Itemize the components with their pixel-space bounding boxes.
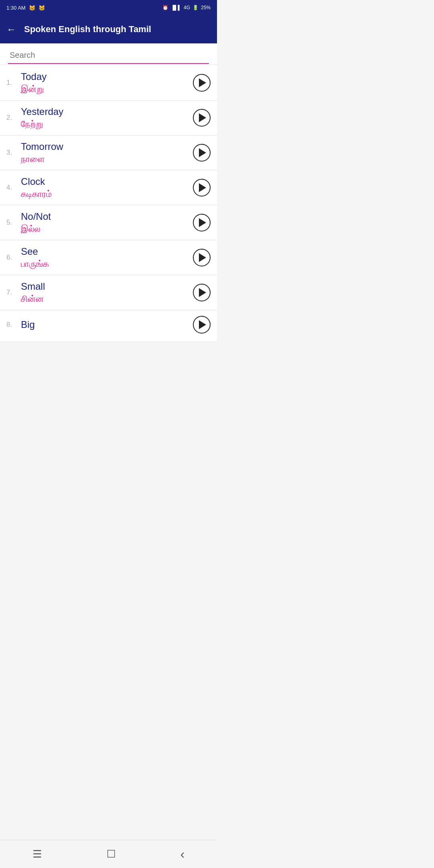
alarm-icon: ⏰	[162, 5, 168, 10]
play-icon-6	[199, 253, 206, 262]
list-item: 8. Big	[0, 310, 217, 342]
list-item: 6. See பாருங்க	[0, 240, 217, 275]
list-item: 3. Tomorrow நாளை	[0, 135, 217, 170]
play-button-3[interactable]	[193, 144, 211, 162]
item-tamil-7: சின்ன	[21, 294, 189, 304]
play-button-8[interactable]	[193, 316, 211, 334]
item-tamil-3: நாளை	[21, 154, 189, 164]
item-content-6: See பாருங்க	[21, 246, 189, 269]
item-number-6: 6.	[6, 254, 21, 262]
item-content-7: Small சின்ன	[21, 281, 189, 304]
status-icon-1: 🐱	[29, 5, 35, 11]
app-bar: ← Spoken English through Tamil	[0, 15, 217, 43]
item-content-4: Clock கடிகாரம்	[21, 176, 189, 199]
item-number-3: 3.	[6, 149, 21, 157]
item-english-2: Yesterday	[21, 106, 189, 117]
item-tamil-5: இல்ல	[21, 224, 189, 234]
signal-icon: ▐▌▌	[171, 5, 181, 10]
item-english-8: Big	[21, 319, 189, 330]
word-list: 1. Today இன்று 2. Yesterday நேற்று 3. To…	[0, 66, 217, 342]
play-button-2[interactable]	[193, 109, 211, 127]
play-button-7[interactable]	[193, 284, 211, 301]
list-item: 2. Yesterday நேற்று	[0, 100, 217, 135]
item-english-7: Small	[21, 281, 189, 292]
item-tamil-4: கடிகாரம்	[21, 189, 189, 199]
list-item: 4. Clock கடிகாரம்	[0, 170, 217, 205]
item-content-5: No/Not இல்ல	[21, 211, 189, 234]
item-english-4: Clock	[21, 176, 189, 187]
play-icon-2	[199, 113, 206, 122]
status-bar: 1:30 AM 🐱 🐱 ⏰ ▐▌▌ 4G 🔋 25%	[0, 0, 217, 15]
play-button-6[interactable]	[193, 249, 211, 266]
play-button-4[interactable]	[193, 179, 211, 197]
item-english-1: Today	[21, 71, 189, 82]
play-icon-7	[199, 288, 206, 297]
item-number-2: 2.	[6, 114, 21, 122]
battery-icon: 🔋	[192, 5, 199, 10]
item-tamil-1: இன்று	[21, 84, 189, 94]
item-content-8: Big	[21, 319, 189, 330]
play-button-5[interactable]	[193, 214, 211, 231]
item-english-3: Tomorrow	[21, 141, 189, 152]
item-number-5: 5.	[6, 219, 21, 227]
play-button-1[interactable]	[193, 74, 211, 92]
app-title: Spoken English through Tamil	[24, 24, 151, 35]
status-time: 1:30 AM	[6, 5, 26, 11]
item-number-7: 7.	[6, 289, 21, 297]
play-icon-3	[199, 148, 206, 157]
back-button[interactable]: ←	[6, 24, 16, 35]
play-icon-4	[199, 183, 206, 192]
search-container	[0, 43, 217, 64]
network-type: 4G	[184, 5, 190, 10]
item-content-1: Today இன்று	[21, 71, 189, 94]
item-english-6: See	[21, 246, 189, 257]
item-tamil-6: பாருங்க	[21, 259, 189, 269]
item-number-4: 4.	[6, 184, 21, 192]
battery-percent: 25%	[201, 5, 211, 10]
status-left: 1:30 AM 🐱 🐱	[6, 5, 45, 11]
play-icon-1	[199, 78, 206, 87]
search-input[interactable]	[8, 47, 209, 64]
list-item: 1. Today இன்று	[0, 66, 217, 100]
status-right: ⏰ ▐▌▌ 4G 🔋 25%	[162, 5, 211, 10]
item-number-8: 8.	[6, 321, 21, 329]
item-content-2: Yesterday நேற்று	[21, 106, 189, 129]
status-icon-2: 🐱	[39, 5, 45, 11]
list-item: 5. No/Not இல்ல	[0, 205, 217, 240]
item-content-3: Tomorrow நாளை	[21, 141, 189, 164]
item-tamil-2: நேற்று	[21, 119, 189, 129]
play-icon-8	[199, 320, 206, 329]
item-number-1: 1.	[6, 79, 21, 87]
item-english-5: No/Not	[21, 211, 189, 222]
play-icon-5	[199, 218, 206, 227]
list-item: 7. Small சின்ன	[0, 275, 217, 310]
